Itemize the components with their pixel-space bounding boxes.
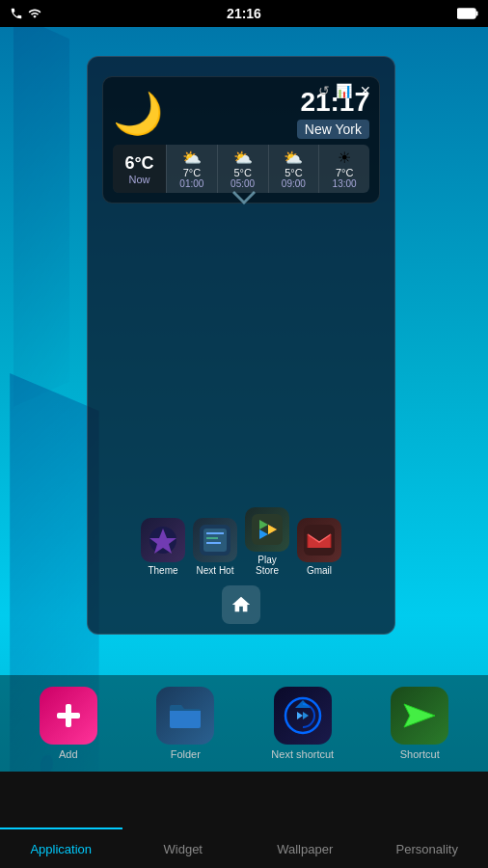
forecast-slot-1: ⛅ 5°C 05:00	[217, 145, 268, 193]
slot-1-icon: ⛅	[233, 149, 253, 167]
dock-item-shortcut[interactable]: Shortcut	[362, 687, 479, 760]
main-background: 👤 👤 ↺ 📊 ✕ 🌙 21:17 New York 6°C	[0, 27, 488, 868]
svg-rect-4	[203, 529, 227, 552]
weather-toolbar[interactable]: ↺ 📊	[318, 83, 352, 98]
svg-marker-19	[404, 704, 435, 727]
app-icon-gmail[interactable]: Gmail	[297, 518, 341, 576]
gmail-icon-img	[297, 518, 341, 562]
nav-tab-personality[interactable]: Personality	[366, 827, 489, 868]
add-icon-svg	[53, 700, 84, 731]
shortcut-svg	[400, 696, 439, 735]
center-panel: ↺ 📊 ✕ 🌙 21:17 New York 6°C Now ⛅	[87, 56, 395, 635]
playstore-icon-img	[245, 507, 289, 552]
gmail-svg	[304, 525, 335, 556]
weather-chart-icon[interactable]: 📊	[336, 83, 352, 98]
slot-0-temp: 7°C	[183, 167, 201, 178]
weather-forecast: 6°C Now ⛅ 7°C 01:00 ⛅ 5°C 05:00 ⛅	[113, 145, 369, 193]
forecast-slot-2: ⛅ 5°C 09:00	[268, 145, 319, 193]
nav-tab-widget[interactable]: Widget	[122, 827, 245, 868]
status-time: 21:16	[227, 6, 261, 21]
next-shortcut-label: Next shortcut	[271, 748, 334, 760]
wifi-icon	[28, 7, 41, 20]
dock-item-next-shortcut[interactable]: Next shortcut	[244, 687, 362, 760]
application-tab-label: Application	[30, 842, 92, 856]
status-bar: 21:16	[0, 0, 488, 27]
weather-refresh-icon[interactable]: ↺	[318, 83, 330, 98]
bottom-dock: Add Folder Next shortcut	[0, 675, 488, 772]
nexthot-svg	[200, 525, 230, 556]
playstore-label: Play Store	[245, 555, 289, 576]
app-icon-theme[interactable]: Theme	[141, 518, 185, 576]
add-label: Add	[59, 748, 78, 760]
current-temp: 6°C	[124, 153, 153, 174]
svg-rect-17	[57, 713, 80, 719]
next-shortcut-dock-icon	[274, 687, 332, 745]
weather-widget: ↺ 📊 ✕ 🌙 21:17 New York 6°C Now ⛅	[102, 76, 380, 203]
forecast-now: 6°C Now	[113, 145, 166, 193]
personality-tab-label: Personality	[396, 842, 458, 856]
svg-rect-1	[476, 12, 478, 16]
app-icon-nexthot[interactable]: Next Hot	[193, 518, 237, 576]
current-label: Now	[128, 174, 149, 185]
battery-icon	[457, 8, 478, 19]
bottom-nav: Application Widget Wallpaper Personality	[0, 772, 488, 868]
nav-tab-wallpaper[interactable]: Wallpaper	[244, 827, 366, 868]
slot-3-temp: 7°C	[336, 167, 353, 178]
folder-icon-svg	[168, 701, 203, 730]
slot-0-time: 01:00	[179, 178, 203, 189]
theme-svg	[148, 525, 178, 556]
slot-2-temp: 5°C	[285, 167, 302, 178]
status-left-icons	[10, 7, 41, 20]
home-icon	[230, 594, 252, 615]
shortcut-label: Shortcut	[400, 748, 440, 760]
widget-tab-label: Widget	[164, 842, 203, 856]
slot-0-icon: ⛅	[182, 149, 202, 167]
forecast-slot-3: ☀ 7°C 13:00	[318, 145, 369, 193]
nexthot-icon-img	[193, 518, 237, 562]
home-button[interactable]	[222, 585, 260, 624]
dock-item-add[interactable]: Add	[10, 687, 127, 760]
svg-rect-6	[206, 537, 218, 539]
svg-rect-8	[252, 514, 283, 545]
weather-close-button[interactable]: ✕	[360, 83, 371, 98]
down-arrow-icon	[230, 187, 258, 206]
nav-tab-application[interactable]: Application	[0, 827, 122, 868]
app-icon-playstore[interactable]: Play Store	[245, 507, 289, 576]
svg-rect-5	[206, 532, 224, 534]
playstore-svg	[252, 514, 283, 545]
scroll-hint	[230, 187, 258, 212]
gmail-label: Gmail	[307, 565, 332, 576]
slot-2-icon: ⛅	[284, 149, 303, 167]
svg-marker-18	[295, 700, 311, 708]
theme-label: Theme	[148, 565, 177, 576]
weather-city: New York	[297, 120, 369, 139]
slot-3-time: 13:00	[333, 178, 357, 189]
phone-icon	[10, 7, 23, 20]
folder-label: Folder	[171, 748, 201, 760]
cube-far-left	[14, 27, 69, 407]
wallpaper-tab-label: Wallpaper	[277, 842, 333, 856]
slot-3-icon: ☀	[338, 149, 351, 167]
theme-icon-img	[141, 518, 185, 562]
svg-rect-0	[457, 9, 475, 18]
forecast-slots: ⛅ 7°C 01:00 ⛅ 5°C 05:00 ⛅ 5°C 09:00	[166, 145, 369, 193]
add-dock-icon	[40, 687, 97, 745]
slot-2-time: 09:00	[282, 178, 306, 189]
next-shortcut-svg	[284, 696, 322, 735]
slot-1-temp: 5°C	[233, 167, 251, 178]
svg-marker-15	[232, 191, 256, 204]
weather-moon-icon: 🌙	[113, 90, 163, 137]
status-right-icons	[457, 8, 478, 19]
shortcut-dock-icon	[391, 687, 448, 745]
folder-dock-icon	[156, 687, 214, 745]
app-icons-row: Theme Next Hot	[141, 507, 341, 576]
nexthot-label: Next Hot	[197, 565, 234, 576]
forecast-slot-0: ⛅ 7°C 01:00	[166, 145, 217, 193]
svg-rect-7	[206, 542, 221, 544]
dock-item-folder[interactable]: Folder	[127, 687, 245, 760]
